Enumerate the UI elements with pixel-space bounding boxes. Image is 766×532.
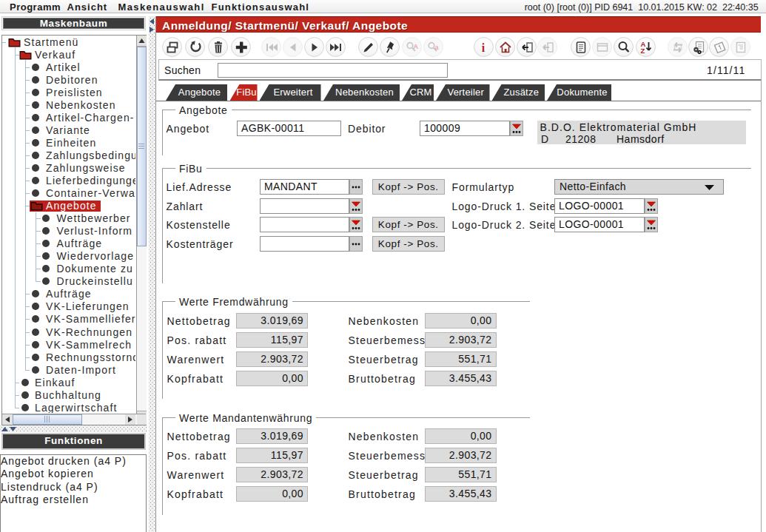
svg-text:a: a: [434, 44, 439, 51]
svg-text:A: A: [413, 43, 418, 50]
svg-text:i: i: [482, 41, 486, 54]
svg-text:Z: Z: [640, 47, 645, 55]
